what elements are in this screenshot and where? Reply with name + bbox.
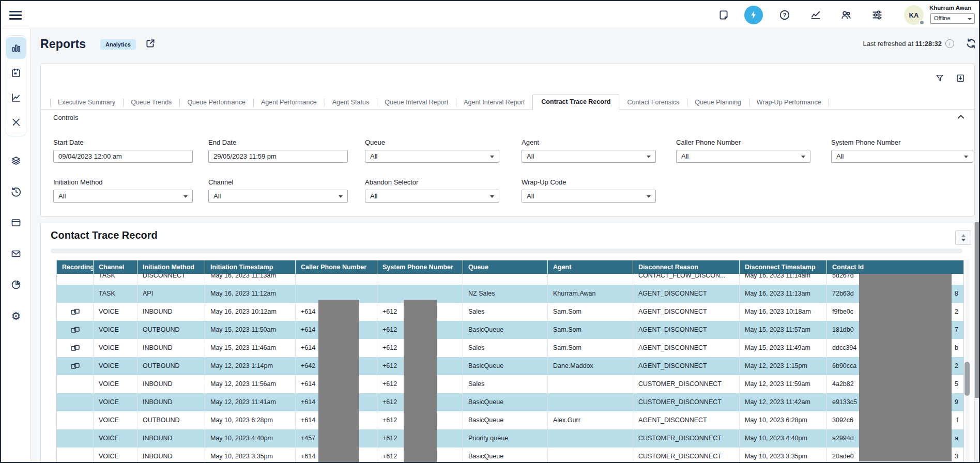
column-header-contact-id[interactable]: Contact Id	[827, 260, 964, 274]
tab-contact-forensics[interactable]: Contact Forensics	[619, 96, 687, 109]
end-date-input[interactable]: 29/05/2023 11:59 pm	[208, 150, 348, 163]
line-chart-icon	[10, 92, 22, 103]
contacts-icon[interactable]	[840, 9, 852, 21]
notes-icon[interactable]	[718, 9, 729, 21]
recording-link-icon[interactable]	[71, 327, 80, 333]
chevron-down-icon	[964, 156, 968, 158]
tab-wrap-up-performance[interactable]: Wrap-Up Performance	[749, 96, 829, 109]
field-label: System Phone Number	[831, 138, 973, 146]
sidebar-item-settings[interactable]: ⚙	[6, 300, 26, 331]
column-header-disconnect-reason[interactable]: Disconnect Reason	[633, 260, 740, 274]
sidebar-item-customize[interactable]	[6, 110, 26, 135]
external-link-icon[interactable]	[145, 38, 156, 49]
column-header-disconnect-timestamp[interactable]: Disconnect Timestamp	[740, 260, 827, 274]
agent-select[interactable]: All	[522, 150, 656, 163]
cell-initiation-method: API	[137, 285, 205, 303]
tab-agent-performance[interactable]: Agent Performance	[253, 96, 325, 109]
initiation-method-select[interactable]: All	[53, 190, 193, 203]
hamburger-menu-icon[interactable]	[9, 9, 22, 20]
sidebar-item-window[interactable]	[6, 207, 26, 238]
horizontal-scrollbar[interactable]	[51, 249, 962, 253]
download-icon[interactable]	[956, 73, 965, 83]
cell-queue: Sales	[463, 375, 548, 393]
tab-queue-interval-report[interactable]: Queue Interval Report	[377, 96, 456, 109]
cell-disconnect-timestamp: May 12, 2023 11:59am	[740, 375, 827, 393]
queue-select[interactable]: All	[365, 150, 499, 163]
system-phone-number-select[interactable]: All	[831, 150, 973, 163]
chevron-down-icon	[647, 156, 651, 158]
settings-sliders-icon[interactable]	[871, 9, 883, 21]
info-icon[interactable]: i	[945, 39, 954, 48]
cell-channel: TASK	[94, 285, 137, 303]
cell-channel: VOICE	[94, 375, 137, 393]
cell-recording	[57, 274, 94, 285]
help-icon[interactable]: ?	[779, 9, 790, 21]
start-date-input[interactable]: 09/04/2023 12:00 am	[53, 150, 193, 163]
table-scrollbar-thumb[interactable]	[964, 362, 970, 396]
table-spinner-control[interactable]	[955, 230, 971, 245]
sidebar-item-trends[interactable]	[6, 85, 26, 110]
cell-recording[interactable]	[57, 321, 94, 339]
chevron-down-icon	[339, 195, 343, 198]
quick-actions-lightning-icon[interactable]	[744, 6, 763, 24]
cell-disconnect-reason: AGENT_DISCONNECT	[633, 339, 740, 357]
wrap-up-code-select[interactable]: All	[522, 190, 656, 203]
cell-recording[interactable]	[57, 357, 94, 375]
collapse-controls-button[interactable]	[957, 113, 965, 121]
cell-recording	[57, 429, 94, 447]
cell-recording[interactable]	[57, 303, 94, 321]
column-header-queue[interactable]: Queue	[463, 260, 548, 274]
sidebar-item-reports[interactable]	[6, 37, 26, 59]
recording-link-icon[interactable]	[71, 345, 80, 351]
sidebar-item-pie[interactable]	[6, 269, 26, 300]
cell-disconnect-timestamp: May 12, 2023 11:42am	[740, 393, 827, 411]
sidebar-item-history[interactable]	[6, 176, 26, 207]
table-scrollbar-track[interactable]	[964, 259, 970, 463]
cell-queue: BasicQueue	[463, 411, 548, 429]
field-label: Agent	[522, 138, 656, 146]
cell-queue	[463, 274, 548, 285]
sidebar-item-mail[interactable]	[6, 238, 26, 269]
filter-icon[interactable]	[935, 73, 944, 83]
cell-queue: BasicQueue	[463, 393, 548, 411]
filter-field-start-date: Start Date09/04/2023 12:00 am	[53, 138, 193, 163]
tab-queue-performance[interactable]: Queue Performance	[179, 96, 253, 109]
column-header-channel[interactable]: Channel	[94, 260, 137, 274]
recording-link-icon[interactable]	[71, 363, 80, 369]
tab-executive-summary[interactable]: Executive Summary	[50, 96, 123, 109]
cell-recording[interactable]	[57, 339, 94, 357]
cell-disconnect-timestamp: May 12, 2023 1:15pm	[740, 357, 827, 375]
recording-link-icon[interactable]	[71, 308, 80, 315]
sidebar-item-schedule[interactable]	[6, 60, 26, 85]
sidebar-item-layers[interactable]	[6, 145, 26, 176]
column-header-initiation-timestamp[interactable]: Initiation Timestamp	[205, 260, 296, 274]
status-select[interactable]: Offline	[930, 13, 975, 24]
tab-queue-trends[interactable]: Queue Trends	[123, 96, 179, 109]
tab-queue-planning[interactable]: Queue Planning	[687, 96, 749, 109]
column-header-initiation-method[interactable]: Initiation Method	[137, 260, 205, 274]
cell-channel: VOICE	[94, 303, 137, 321]
channel-select[interactable]: All	[208, 190, 348, 203]
caller-phone-number-select[interactable]: All	[676, 150, 810, 163]
tab-agent-interval-report[interactable]: Agent Interval Report	[456, 96, 532, 109]
page-header: Reports Analytics Last refreshed at 11:2…	[40, 33, 975, 58]
column-header-caller-phone-number[interactable]: Caller Phone Number	[296, 260, 377, 274]
cell-queue: BasicQueue	[463, 447, 548, 463]
cell-agent: Khurram.Awan	[548, 285, 633, 303]
cell-disconnect-reason: CUSTOMER_DISCONNECT	[633, 429, 740, 447]
column-header-recording[interactable]: Recording	[57, 260, 94, 274]
tab-contract-trace-record[interactable]: Contract Trace Record	[532, 95, 619, 110]
chevron-down-icon	[183, 195, 188, 198]
tab-agent-status[interactable]: Agent Status	[325, 96, 377, 109]
field-label: Initiation Method	[53, 178, 193, 186]
column-header-system-phone-number[interactable]: System Phone Number	[377, 260, 463, 274]
column-header-agent[interactable]: Agent	[548, 260, 633, 274]
cell-system-phone	[377, 274, 463, 285]
cell-disconnect-timestamp: May 10, 2023 3:35pm	[740, 447, 827, 463]
page-scrollbar-thumb[interactable]	[975, 222, 979, 398]
cell-agent: Alex.Gurr	[548, 411, 633, 429]
metrics-chart-icon[interactable]	[810, 9, 821, 21]
cell-channel: VOICE	[94, 447, 137, 463]
table-row: TASKDISCONNECTMay 16, 2023 11:13amCONTAC…	[57, 274, 964, 285]
abandon-selector-select[interactable]: All	[365, 190, 499, 203]
